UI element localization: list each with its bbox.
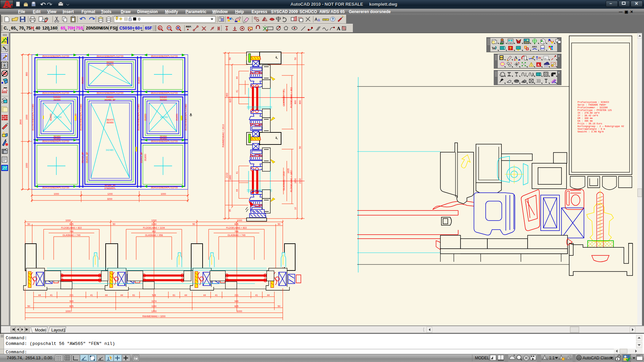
svg-text:342650: 342650 [106,96,114,98]
svg-text:800: 800 [226,93,228,97]
svg-text:342650: 342650 [53,96,61,98]
svg-text:352410/326620KPL/112720: 352410/326620KPL/112720 [151,186,178,189]
svg-text:352650: 352650 [160,138,167,140]
svg-text:Profieltype : PFOSTEN 125: Profieltype : PFOSTEN 125 [578,109,612,112]
svg-text:1000: 1000 [65,310,71,312]
svg-text:1150: 1150 [151,305,156,307]
svg-text:352410/326620KPL/112720: 352410/326620KPL/112720 [42,140,69,142]
svg-text:352290/358650KPL/110860: 352290/358650KPL/110860 [185,104,187,131]
svg-text:IX : 278.69 cm^4: IX : 278.69 cm^4 [578,112,599,114]
svg-text:120,: 120, [42,26,50,31]
svg-text:352650: 352650 [50,114,52,121]
svg-text:H: H [31,26,34,31]
svg-text:FLÜGELMAß = 822: FLÜGELMAß = 822 [61,227,82,229]
svg-text:10: 10 [294,207,297,210]
svg-text:1200: 1200 [151,310,157,312]
svg-text:352410/326620KPL/112720: 352410/326620KPL/112720 [97,92,124,94]
svg-text:352410/326620KPL/112720: 352410/326620KPL/112720 [42,55,69,57]
svg-text:EM : 300 mm: EM : 300 mm [578,117,593,120]
svg-text:352650_BF: 352650_BF [86,152,89,163]
svg-text:Serie : FASSADE FW50+: Serie : FASSADE FW50+ [578,104,606,106]
svg-text:41: 41 [215,294,218,296]
svg-text:50: 50 [299,146,301,149]
svg-text:352650: 352650 [53,138,61,140]
svg-text:1000: 1000 [25,163,28,168]
svg-text:70H: 70H [67,26,75,31]
svg-text:50N: 50N [94,26,101,31]
svg-text:C50: C50 [119,26,127,31]
svg-text:44: 44 [38,294,41,296]
svg-text:41: 41 [236,90,238,93]
svg-text:352451_BF: 352451_BF [140,152,143,163]
svg-text:RAHMENMAß = 2610: RAHMENMAß = 2610 [222,124,224,147]
svg-text:352650: 352650 [176,114,178,121]
svg-text:20N: 20N [86,26,94,31]
svg-text:1000: 1000 [161,193,166,195]
svg-text:A: A [537,63,540,67]
svg-text:Profielnummer : 322290: Profielnummer : 322290 [578,106,608,109]
svg-text:1860: 1860 [229,175,231,180]
svg-text:Layout1: Layout1 [51,328,66,333]
svg-text:376650KPL: 376650KPL [104,187,116,189]
svg-text:1000: 1000 [54,193,59,195]
svg-text:221: 221 [69,294,73,296]
svg-text:61: 61 [173,294,175,296]
svg-text:352650: 352650 [138,77,140,84]
svg-text:825: 825 [69,305,73,307]
svg-text:75S: 75S [76,26,83,31]
svg-text:GLASMAß = 749: GLASMAß = 749 [62,234,80,236]
svg-text:R: R [3,64,6,67]
svg-text:352650: 352650 [144,154,147,161]
svg-text:825: 825 [69,223,73,225]
svg-text:INF: INF [541,47,545,50]
svg-text:50: 50 [278,305,280,307]
svg-text:41: 41 [90,294,93,296]
svg-text:44: 44 [267,294,270,296]
svg-text:IY : 38.42 cm^4: IY : 38.42 cm^4 [578,114,598,117]
svg-text:1200: 1200 [151,219,157,222]
svg-text:?: ? [509,46,512,50]
svg-text:65,: 65, [61,26,66,31]
svg-text:766: 766 [69,230,73,233]
svg-text:2102: 2102 [226,173,228,178]
svg-text:352470: 352470 [106,119,114,121]
svg-text:Jx: Jx [538,56,541,59]
svg-text:352410_BF: 352410_BF [82,152,84,163]
svg-text:A: A [318,18,320,22]
svg-text:949: 949 [69,300,73,302]
svg-text:MODEL: MODEL [475,356,489,360]
svg-text:3200: 3200 [107,198,112,200]
svg-text:221: 221 [234,294,238,296]
svg-text:44: 44 [120,294,123,296]
svg-text:352650: 352650 [160,99,167,101]
svg-text:352650: 352650 [144,114,147,121]
svg-text:41: 41 [236,171,238,174]
svg-text:352650: 352650 [53,135,61,138]
svg-text:352410/326620KPL/112720: 352410/326620KPL/112720 [42,92,69,94]
svg-text:50: 50 [113,223,115,225]
svg-text:Kortingsgroep : 2 — Robotgrupp: Kortingsgroep : 2 — Robotgruppe 02 [578,125,624,128]
svg-text:342480_BF: 342480_BF [104,99,116,101]
svg-text:A: A [514,55,518,60]
svg-text:766: 766 [234,230,238,233]
svg-text:44: 44 [203,294,206,296]
svg-text:352290/358620KPL/110860: 352290/358620KPL/110860 [138,104,140,131]
svg-text:Gewicht : 3.08 Kg/m: Gewicht : 3.08 Kg/m [578,130,604,133]
svg-text:C,: C, [4,26,8,31]
svg-text:352650: 352650 [106,61,114,63]
svg-text:x: x [558,54,560,58]
svg-text:1200: 1200 [107,193,113,195]
svg-text:800: 800 [25,72,28,76]
svg-text:352290/358620KPL/110860: 352290/358620KPL/110860 [80,104,82,131]
svg-text:35: 35 [229,209,231,212]
svg-text:44: 44 [184,294,187,296]
svg-text:70,: 70, [19,26,25,31]
svg-text:GLASMAß = 749: GLASMAß = 749 [227,234,245,236]
svg-text:65N: 65N [101,26,109,31]
svg-text:75: 75 [26,26,31,31]
svg-text:352650: 352650 [53,99,61,101]
svg-text:60+: 60+ [135,26,142,31]
svg-text:41: 41 [255,294,258,296]
svg-text:REF.: REF. [186,25,192,28]
svg-text:GLASMAß = 956: GLASMAß = 956 [145,234,163,236]
